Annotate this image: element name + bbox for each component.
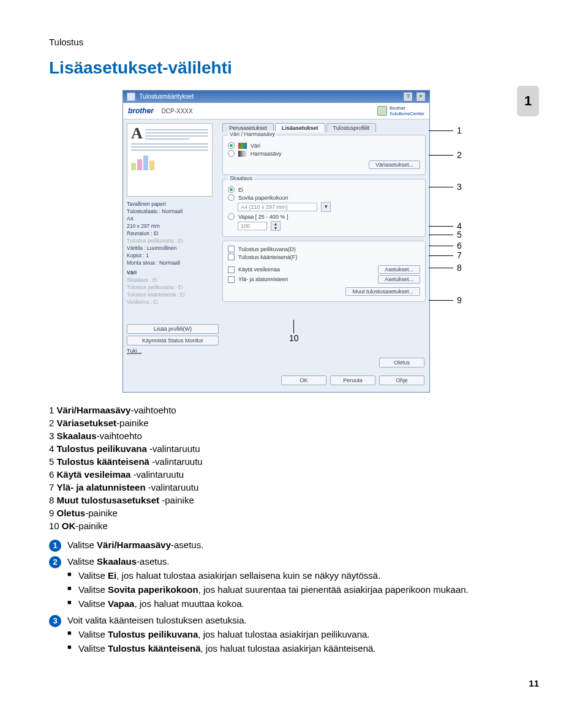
specs-text: Tavallinen paperi Tulostuslaatu : Normaa… — [127, 200, 219, 306]
page-title: Lisäasetukset-välilehti — [49, 58, 539, 78]
brand-bar: brother DCP-XXXX Brother SolutionsCenter — [123, 103, 429, 119]
help-button[interactable]: Ohje — [379, 375, 424, 385]
scaling-value-input[interactable]: 100 — [238, 222, 267, 230]
ok-button[interactable]: OK — [281, 375, 326, 385]
callout-2: 2 — [429, 150, 462, 160]
color-settings-button[interactable]: Väriasetukset... — [369, 160, 420, 169]
model-text: DCP-XXXX — [162, 108, 193, 115]
scaling-group-label: Skaalaus — [228, 175, 254, 181]
cancel-button[interactable]: Peruuta — [330, 375, 375, 385]
page-number: 11 — [49, 678, 539, 688]
callout-9: 9 — [429, 295, 462, 305]
preview-pane: A — [127, 123, 213, 197]
default-button[interactable]: Oletus — [379, 358, 424, 367]
radio-scaling-fit-label: Sovita paperikokoon — [238, 195, 288, 201]
callout-3: 3 — [429, 182, 462, 192]
screenshot-wrapper: Tulostusmääritykset ? × brother DCP-XXXX… — [123, 90, 466, 393]
legend-list: 1 Väri/Harmaasävy-vaihtoehto 2 Väriasetu… — [49, 405, 539, 531]
dialog-window: Tulostusmääritykset ? × brother DCP-XXXX… — [123, 90, 430, 393]
check-mirror[interactable] — [228, 246, 235, 252]
radio-scaling-fit[interactable] — [228, 194, 235, 201]
callout-8: 8 — [429, 263, 462, 273]
radio-scaling-no[interactable] — [228, 186, 235, 193]
callout-10: 10 — [289, 320, 299, 343]
bullet-reverse: Valitse Tulostus käänteisenä, jos haluat… — [49, 643, 539, 654]
bullet-mirror: Valitse Tulostus peilikuvana, jos haluat… — [49, 629, 539, 639]
tab-advanced[interactable]: Lisäasetukset — [275, 123, 325, 132]
callout-5: 5 — [429, 230, 462, 239]
checks-group: Tulostus peilikuvana(D) Tulostus kääntei… — [222, 241, 426, 302]
headerfooter-settings-button[interactable]: Asetukset... — [378, 275, 420, 284]
steps-list: 1 Valitse Väri/Harmaasävy-asetus. 2 Vali… — [49, 540, 539, 654]
bullet-vapaa: Valitse Vapaa, jos haluat muuttaa kokoa. — [49, 598, 539, 609]
chevron-down-icon[interactable]: ▾ — [321, 202, 331, 212]
solutions-icon — [377, 106, 387, 116]
left-column: A Tavallinen paperi Tulostuslaatu : Norm… — [127, 123, 219, 354]
scaling-group: Skaalaus Ei Sovita paperikokoon A4 (210 … — [222, 179, 426, 237]
solutions-text[interactable]: Brother SolutionsCenter — [390, 105, 424, 116]
dialog-title-text: Tulostusmääritykset — [140, 93, 194, 100]
callout-7: 7 — [429, 250, 462, 260]
titlebar: Tulostusmääritykset ? × — [123, 91, 429, 103]
check-headerfooter-label: Ylä- ja alatunnisteen — [238, 276, 374, 282]
radio-gray-label: Harmaasävy — [251, 151, 282, 157]
bullet-sovita: Valitse Sovita paperikokoon, jos haluat … — [49, 584, 539, 595]
brand-logo: brother — [128, 107, 154, 115]
close-icon[interactable]: × — [416, 92, 426, 102]
color-group-label: Väri / Harmaasävy — [228, 131, 277, 137]
color-group: Väri / Harmaasävy Väri Harmaasävy Värias… — [222, 135, 426, 175]
check-watermark-label: Käytä vesileimaa — [238, 266, 374, 273]
add-profile-button[interactable]: Lisää profiili(W) — [127, 324, 219, 334]
status-monitor-button[interactable]: Käynnistä Status Monitor — [127, 336, 219, 345]
radio-scaling-no-label: Ei — [238, 187, 243, 193]
app-icon — [127, 92, 135, 101]
radio-color[interactable] — [228, 142, 235, 149]
bullet-ei: Valitse Ei, jos haluat tulostaa asiakirj… — [49, 570, 539, 581]
chapter-badge: 1 — [517, 86, 539, 116]
step-3: 3 Voit valita käänteisen tulostuksen ase… — [49, 615, 539, 625]
dialog-title: Tulostusmääritykset — [127, 92, 194, 101]
tab-profiles[interactable]: Tulostusprofiilit — [326, 123, 377, 132]
spinner-icon[interactable]: ▲▼ — [271, 221, 281, 231]
check-reverse-label: Tulostus käänteisenä(F) — [238, 254, 297, 260]
check-headerfooter[interactable] — [228, 276, 235, 283]
right-column: Perusasetukset Lisäasetukset Tulostuspro… — [222, 123, 426, 354]
radio-scaling-free[interactable] — [228, 213, 235, 220]
check-reverse[interactable] — [228, 254, 235, 260]
other-print-settings-button[interactable]: Muut tulostusasetukset... — [345, 287, 420, 296]
section-label: Tulostus — [49, 37, 539, 47]
radio-color-label: Väri — [251, 143, 260, 149]
radio-gray[interactable] — [228, 150, 235, 157]
check-watermark[interactable] — [228, 266, 235, 273]
callout-6: 6 — [429, 241, 462, 250]
check-mirror-label: Tulostus peilikuvana(D) — [238, 246, 296, 252]
help-icon[interactable]: ? — [403, 92, 413, 102]
support-link[interactable]: Tuki... — [127, 348, 219, 354]
step-2: 2 Valitse Skaalaus-asetus. — [49, 556, 539, 567]
watermark-settings-button[interactable]: Asetukset... — [378, 265, 420, 274]
step-1: 1 Valitse Väri/Harmaasävy-asetus. — [49, 540, 539, 550]
radio-scaling-free-label: Vapaa [ 25 - 400 % ] — [238, 214, 288, 220]
paper-size-select[interactable]: A4 (210 x 297 mm) — [238, 203, 317, 211]
callout-1: 1 — [429, 126, 462, 135]
